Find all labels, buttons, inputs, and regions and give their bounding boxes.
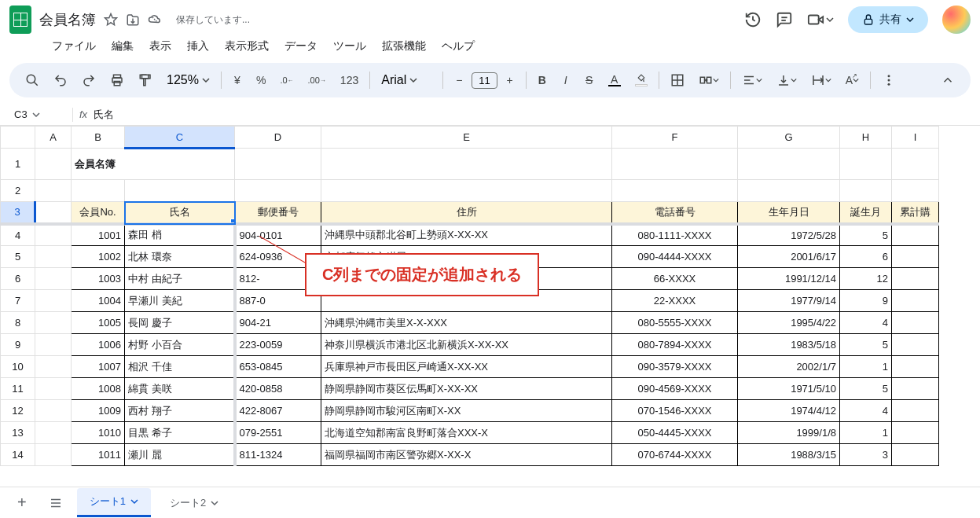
print-icon[interactable] <box>104 69 130 91</box>
cell[interactable] <box>738 149 840 180</box>
cumulative-cell[interactable] <box>892 224 939 246</box>
add-sheet-button[interactable]: + <box>9 489 35 516</box>
sheet-tab-1[interactable]: シート1 <box>77 488 151 517</box>
table-header-cell[interactable]: 郵便番号 <box>235 202 321 224</box>
tel-cell[interactable]: 080-1111-XXXX <box>612 224 738 246</box>
cell[interactable] <box>72 180 125 202</box>
member-no-cell[interactable]: 1011 <box>72 444 125 466</box>
decrease-decimal-button[interactable]: .0← <box>273 69 299 91</box>
row-header[interactable]: 10 <box>1 356 35 378</box>
collapse-toolbar-icon[interactable] <box>934 69 961 91</box>
comment-icon[interactable] <box>776 11 793 28</box>
italic-button[interactable]: I <box>555 69 577 91</box>
row-header[interactable]: 5 <box>1 246 35 268</box>
formula-input[interactable]: 氏名 <box>94 108 971 122</box>
cumulative-cell[interactable] <box>892 378 939 400</box>
row-header[interactable]: 7 <box>1 290 35 312</box>
row-header[interactable]: 6 <box>1 268 35 290</box>
menu-edit[interactable]: 編集 <box>105 36 140 57</box>
column-header[interactable]: G <box>738 127 840 149</box>
fill-color-button[interactable] <box>629 69 654 91</box>
column-header[interactable]: A <box>35 127 72 149</box>
merge-cells-button[interactable] <box>692 69 725 91</box>
cell[interactable] <box>35 334 72 356</box>
dob-cell[interactable]: 1983/5/18 <box>738 334 840 356</box>
row-header[interactable]: 2 <box>1 180 35 202</box>
row-header[interactable]: 14 <box>1 444 35 466</box>
row-header[interactable]: 3 <box>1 202 35 224</box>
dob-cell[interactable]: 1972/5/28 <box>738 224 840 246</box>
cell[interactable] <box>35 312 72 334</box>
menu-help[interactable]: ヘルプ <box>435 36 481 57</box>
share-button[interactable]: 共有 <box>848 6 928 33</box>
zip-cell[interactable]: 904-0101 <box>235 224 321 246</box>
birth-month-cell[interactable]: 6 <box>840 246 892 268</box>
strikethrough-button[interactable]: S <box>578 69 600 91</box>
zip-cell[interactable]: 079-2551 <box>235 422 321 444</box>
move-icon[interactable] <box>126 13 140 27</box>
cumulative-cell[interactable] <box>892 312 939 334</box>
tel-cell[interactable]: 080-5555-XXXX <box>612 312 738 334</box>
undo-icon[interactable] <box>47 69 74 91</box>
zip-cell[interactable]: 653-0845 <box>235 356 321 378</box>
row-header[interactable]: 13 <box>1 422 35 444</box>
menu-data[interactable]: データ <box>278 36 324 57</box>
birth-month-cell[interactable]: 4 <box>840 312 892 334</box>
cell[interactable] <box>35 268 72 290</box>
address-cell[interactable]: 神奈川県横浜市港北区北新横浜X-XX-XX <box>321 334 612 356</box>
row-header[interactable]: 4 <box>1 224 35 246</box>
menu-extensions[interactable]: 拡張機能 <box>376 36 432 57</box>
cell[interactable] <box>840 180 892 202</box>
dob-cell[interactable]: 1988/3/15 <box>738 444 840 466</box>
birth-month-cell[interactable]: 9 <box>840 290 892 312</box>
table-header-cell[interactable]: 会員No. <box>72 202 125 224</box>
birth-month-cell[interactable]: 5 <box>840 224 892 246</box>
zoom-dropdown[interactable]: 125% <box>160 70 216 90</box>
account-avatar[interactable] <box>942 6 971 34</box>
tel-cell[interactable]: 090-3579-XXXX <box>612 356 738 378</box>
menu-tools[interactable]: ツール <box>327 36 373 57</box>
column-header[interactable]: F <box>612 127 738 149</box>
bold-button[interactable]: B <box>531 69 553 91</box>
currency-button[interactable]: ¥ <box>226 69 248 91</box>
dob-cell[interactable]: 1977/9/14 <box>738 290 840 312</box>
cloud-status-icon[interactable] <box>148 13 162 27</box>
tel-cell[interactable]: 66-XXXX <box>612 268 738 290</box>
birth-month-cell[interactable]: 5 <box>840 378 892 400</box>
member-name-cell[interactable]: 長岡 慶子 <box>125 312 235 334</box>
cell[interactable] <box>321 149 612 180</box>
member-name-cell[interactable]: 相沢 千佳 <box>125 356 235 378</box>
member-name-cell[interactable]: 中村 由紀子 <box>125 268 235 290</box>
cumulative-cell[interactable] <box>892 334 939 356</box>
horizontal-align-button[interactable] <box>736 69 769 91</box>
zip-cell[interactable]: 422-8067 <box>235 400 321 422</box>
all-sheets-button[interactable] <box>41 491 71 515</box>
more-toolbar-icon[interactable] <box>875 69 902 91</box>
address-cell[interactable]: 兵庫県神戸市長田区戸崎通X-XX-XX <box>321 356 612 378</box>
tel-cell[interactable]: 22-XXXX <box>612 290 738 312</box>
cell[interactable] <box>892 149 939 180</box>
row-header[interactable]: 11 <box>1 378 35 400</box>
paint-format-icon[interactable] <box>132 69 159 91</box>
member-name-cell[interactable]: 早瀬川 美紀 <box>125 290 235 312</box>
star-icon[interactable] <box>104 13 118 27</box>
cell[interactable] <box>892 180 939 202</box>
zip-cell[interactable]: 811-1324 <box>235 444 321 466</box>
font-family-dropdown[interactable]: Arial <box>375 70 438 90</box>
text-color-button[interactable]: A <box>602 69 627 91</box>
tel-cell[interactable]: 080-7894-XXXX <box>612 334 738 356</box>
column-header[interactable]: B <box>72 127 125 149</box>
menu-insert[interactable]: 挿入 <box>181 36 215 57</box>
cell[interactable] <box>321 180 612 202</box>
table-header-cell[interactable]: 生年月日 <box>738 202 840 224</box>
member-no-cell[interactable]: 1005 <box>72 312 125 334</box>
decrease-font-size-button[interactable]: − <box>448 69 470 91</box>
cell[interactable] <box>35 246 72 268</box>
cell[interactable] <box>35 400 72 422</box>
menu-file[interactable]: ファイル <box>46 36 102 57</box>
member-name-cell[interactable]: 北林 環奈 <box>125 246 235 268</box>
corner-cell[interactable] <box>1 127 35 149</box>
history-icon[interactable] <box>744 11 762 28</box>
member-no-cell[interactable]: 1010 <box>72 422 125 444</box>
borders-button[interactable] <box>664 69 691 91</box>
